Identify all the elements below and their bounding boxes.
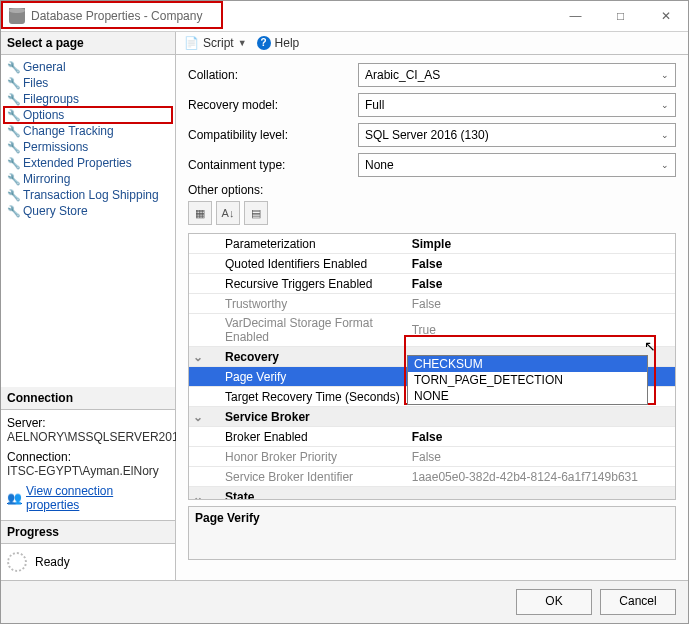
alphabetical-button[interactable]: A↓: [216, 201, 240, 225]
page-item-mirroring[interactable]: 🔧Mirroring: [3, 171, 173, 187]
spinner-icon: [7, 552, 27, 572]
wrench-icon: 🔧: [7, 205, 19, 218]
dialog-body: Select a page 🔧General 🔧Files 🔧Filegroup…: [1, 32, 688, 580]
chevron-down-icon: ⌄: [661, 100, 669, 110]
page-item-permissions[interactable]: 🔧Permissions: [3, 139, 173, 155]
progress-heading: Progress: [1, 520, 175, 544]
compatibility-level-dropdown[interactable]: SQL Server 2016 (130)⌄: [358, 123, 676, 147]
property-grid: ParameterizationSimple Quoted Identifier…: [188, 233, 676, 500]
wrench-icon: 🔧: [7, 125, 19, 138]
page-item-filegroups[interactable]: 🔧Filegroups: [3, 91, 173, 107]
page-item-extended-properties[interactable]: 🔧Extended Properties: [3, 155, 173, 171]
select-page-heading: Select a page: [1, 32, 175, 55]
chevron-down-icon: ⌄: [661, 160, 669, 170]
wrench-icon: 🔧: [7, 61, 19, 74]
page-item-files[interactable]: 🔧Files: [3, 75, 173, 91]
toolstrip: 📄 Script ▼ ? Help: [176, 32, 688, 55]
compatibility-level-label: Compatibility level:: [188, 128, 358, 142]
connection-label: Connection:: [7, 450, 169, 464]
page-item-change-tracking[interactable]: 🔧Change Tracking: [3, 123, 173, 139]
wrench-icon: 🔧: [7, 77, 19, 90]
categorized-button[interactable]: ▦: [188, 201, 212, 225]
help-button[interactable]: ? Help: [257, 36, 300, 50]
grid-row[interactable]: Quoted Identifiers EnabledFalse: [189, 254, 675, 274]
chevron-down-icon: ▼: [238, 38, 247, 48]
grid-toolbar: ▦ A↓ ▤: [188, 201, 676, 225]
page-verify-dropdown[interactable]: CHECKSUM TORN_PAGE_DETECTION NONE: [407, 355, 648, 405]
page-list: 🔧General 🔧Files 🔧Filegroups 🔧Options 🔧Ch…: [1, 55, 175, 223]
grid-row[interactable]: Honor Broker PriorityFalse: [189, 447, 675, 467]
dropdown-option[interactable]: TORN_PAGE_DETECTION: [408, 372, 647, 388]
page-item-log-shipping[interactable]: 🔧Transaction Log Shipping: [3, 187, 173, 203]
progress-status: Ready: [35, 555, 70, 569]
chevron-down-icon: ⌄: [661, 130, 669, 140]
grid-row[interactable]: VarDecimal Storage Format EnabledTrue: [189, 314, 675, 347]
collapse-icon[interactable]: ⌄: [193, 350, 203, 364]
maximize-button[interactable]: □: [598, 1, 643, 31]
form-area: Collation: Arabic_CI_AS⌄ Recovery model:…: [176, 55, 688, 233]
wrench-icon: 🔧: [7, 109, 19, 122]
script-icon: 📄: [184, 36, 199, 50]
property-pages-button[interactable]: ▤: [244, 201, 268, 225]
grid-row[interactable]: ParameterizationSimple: [189, 234, 675, 254]
collapse-icon[interactable]: ⌄: [193, 490, 203, 500]
grid-category-state[interactable]: ⌄State: [189, 487, 675, 500]
collapse-icon[interactable]: ⌄: [193, 410, 203, 424]
sidebar: Select a page 🔧General 🔧Files 🔧Filegroup…: [1, 32, 176, 580]
wrench-icon: 🔧: [7, 157, 19, 170]
close-button[interactable]: ✕: [643, 1, 688, 31]
recovery-model-label: Recovery model:: [188, 98, 358, 112]
wrench-icon: 🔧: [7, 189, 19, 202]
progress-section: Progress Ready: [1, 520, 175, 580]
grid-category-service-broker[interactable]: ⌄Service Broker: [189, 407, 675, 427]
view-connection-properties-link[interactable]: 👥 View connection properties: [7, 484, 169, 512]
titlebar: Database Properties - Company — □ ✕: [1, 1, 688, 32]
server-value: AELNORY\MSSQLSERVER2016: [7, 430, 169, 444]
grid-row[interactable]: TrustworthyFalse: [189, 294, 675, 314]
help-icon: ?: [257, 36, 271, 50]
containment-type-dropdown[interactable]: None⌄: [358, 153, 676, 177]
dialog-window: Database Properties - Company — □ ✕ Sele…: [0, 0, 689, 624]
grid-row[interactable]: Recursive Triggers EnabledFalse: [189, 274, 675, 294]
window-buttons: — □ ✕: [553, 1, 688, 31]
recovery-model-dropdown[interactable]: Full⌄: [358, 93, 676, 117]
grid-row[interactable]: Broker EnabledFalse: [189, 427, 675, 447]
collation-label: Collation:: [188, 68, 358, 82]
people-icon: 👥: [7, 491, 22, 505]
collation-dropdown[interactable]: Arabic_CI_AS⌄: [358, 63, 676, 87]
dropdown-option[interactable]: CHECKSUM: [408, 356, 647, 372]
server-label: Server:: [7, 416, 169, 430]
chevron-down-icon: ⌄: [661, 70, 669, 80]
other-options-label: Other options:: [188, 183, 676, 197]
wrench-icon: 🔧: [7, 173, 19, 186]
wrench-icon: 🔧: [7, 93, 19, 106]
database-icon: [9, 8, 25, 24]
page-item-options[interactable]: 🔧Options: [3, 107, 173, 123]
cancel-button[interactable]: Cancel: [600, 589, 676, 615]
page-item-query-store[interactable]: 🔧Query Store: [3, 203, 173, 219]
dialog-footer: OK Cancel: [1, 580, 688, 623]
script-button[interactable]: 📄 Script ▼: [184, 36, 247, 50]
ok-button[interactable]: OK: [516, 589, 592, 615]
containment-type-label: Containment type:: [188, 158, 358, 172]
grid-row[interactable]: Service Broker Identifier1aae05e0-382d-4…: [189, 467, 675, 487]
wrench-icon: 🔧: [7, 141, 19, 154]
connection-section: Connection Server: AELNORY\MSSQLSERVER20…: [1, 387, 175, 520]
mouse-cursor-icon: ↖: [644, 338, 656, 354]
connection-heading: Connection: [1, 387, 175, 410]
connection-value: ITSC-EGYPT\Ayman.ElNory: [7, 464, 169, 478]
minimize-button[interactable]: —: [553, 1, 598, 31]
property-description: Page Verify: [188, 506, 676, 560]
dropdown-option[interactable]: NONE: [408, 388, 647, 404]
window-title: Database Properties - Company: [31, 9, 202, 23]
main-panel: 📄 Script ▼ ? Help Collation: Arabic_CI_A…: [176, 32, 688, 580]
page-item-general[interactable]: 🔧General: [3, 59, 173, 75]
